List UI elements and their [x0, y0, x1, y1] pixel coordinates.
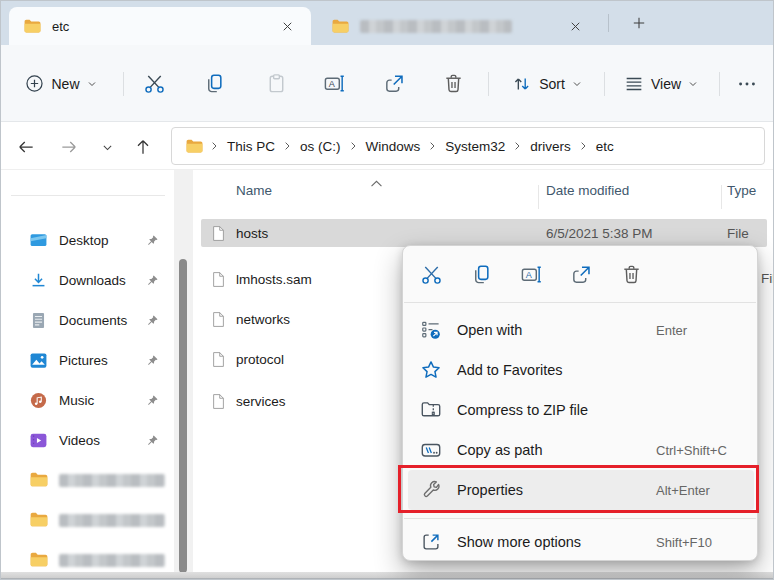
red-highlight-box: [398, 465, 759, 513]
chevron-right-icon: [349, 140, 358, 152]
folder-icon: [185, 138, 204, 154]
forward-button[interactable]: [55, 134, 83, 160]
rename-icon: A: [323, 72, 346, 95]
share-button[interactable]: [376, 45, 412, 122]
copy-button[interactable]: [196, 45, 232, 122]
breadcrumb-item[interactable]: os (C:): [298, 139, 343, 154]
view-button-label: View: [651, 76, 681, 92]
menu-item-label: Copy as path: [457, 442, 542, 458]
copy-icon: [203, 72, 226, 95]
breadcrumb-item[interactable]: System32: [443, 139, 507, 154]
sidebar-scrollbar-thumb[interactable]: [179, 259, 187, 573]
share-menu-button[interactable]: [561, 256, 601, 292]
file-name: hosts: [236, 226, 268, 241]
svg-text:A: A: [328, 79, 335, 89]
menu-item-label: Compress to ZIP file: [457, 402, 588, 418]
arrow-right-icon: [59, 137, 79, 157]
ellipsis-icon: [736, 73, 758, 95]
sort-ascending-icon: [369, 179, 384, 188]
sidebar-item-desktop[interactable]: Desktop: [7, 220, 169, 260]
menu-item-add-to-favorites[interactable]: Add to Favorites: [408, 350, 754, 390]
rename-menu-button[interactable]: A: [511, 256, 551, 292]
sidebar-item-redacted-folder[interactable]: [7, 500, 169, 540]
column-header-date-modified[interactable]: Date modified: [546, 183, 629, 198]
menu-item-show-more-options[interactable]: Show more options Shift+F10: [408, 522, 754, 562]
close-tab-icon[interactable]: [277, 16, 297, 36]
zip-folder-icon: [420, 399, 442, 421]
sidebar-item-pictures[interactable]: Pictures: [7, 340, 169, 380]
delete-button[interactable]: [435, 45, 471, 122]
sidebar-item-redacted-folder[interactable]: [7, 460, 169, 500]
sidebar-item-label: Downloads: [59, 273, 146, 288]
open-with-icon: [420, 319, 442, 341]
sort-button[interactable]: Sort: [499, 45, 595, 122]
cut-button[interactable]: [136, 45, 172, 122]
menu-item-compress-to-zip[interactable]: Compress to ZIP file: [408, 390, 754, 430]
menu-item-label: Add to Favorites: [457, 362, 563, 378]
folder-icon: [29, 511, 48, 530]
view-button[interactable]: View: [613, 45, 709, 122]
desktop-icon: [29, 231, 48, 250]
rename-icon: A: [520, 263, 543, 286]
see-more-button[interactable]: [729, 45, 765, 122]
tab-separator: [608, 14, 609, 32]
breadcrumb-item[interactable]: Windows: [364, 139, 423, 154]
folder-icon: [29, 551, 48, 570]
file-icon: [212, 393, 225, 410]
file-icon: [212, 311, 225, 328]
file-icon: [212, 351, 225, 368]
breadcrumb-item-current[interactable]: etc: [594, 139, 616, 154]
file-row-hosts[interactable]: hosts 6/5/2021 5:38 PM File: [201, 219, 767, 247]
menu-item-open-with[interactable]: Open with Enter: [408, 310, 754, 350]
menu-separator: [404, 518, 756, 519]
column-header-type[interactable]: Type: [727, 183, 756, 198]
context-menu: A Open with Enter Add to Favorites: [402, 245, 758, 561]
paste-icon: [265, 72, 288, 95]
rename-button[interactable]: A: [316, 45, 352, 122]
paste-button[interactable]: [258, 45, 294, 122]
sidebar-item-downloads[interactable]: Downloads: [7, 260, 169, 300]
music-icon: [29, 391, 48, 410]
copy-as-path-icon: [420, 439, 442, 461]
column-separator[interactable]: [721, 185, 722, 209]
new-button[interactable]: New: [13, 45, 109, 122]
close-tab-icon[interactable]: [565, 16, 585, 36]
sidebar-item-music[interactable]: Music: [7, 380, 169, 420]
trash-icon: [620, 263, 643, 286]
breadcrumb-item[interactable]: This PC: [225, 139, 277, 154]
cut-menu-button[interactable]: [411, 256, 451, 292]
breadcrumb[interactable]: This PC os (C:) Windows System32 drivers…: [171, 127, 765, 165]
delete-menu-button[interactable]: [611, 256, 651, 292]
star-icon: [420, 359, 442, 381]
redacted-folder-name: [59, 554, 165, 567]
command-toolbar: New A Sort View: [1, 45, 773, 122]
new-tab-button[interactable]: [627, 11, 651, 35]
menu-item-copy-as-path[interactable]: Copy as path Ctrl+Shift+C: [408, 430, 754, 470]
column-separator[interactable]: [538, 185, 539, 209]
folder-icon: [29, 471, 48, 490]
copy-menu-button[interactable]: [461, 256, 501, 292]
sort-button-label: Sort: [539, 76, 565, 92]
copy-icon: [470, 263, 493, 286]
menu-item-label: Show more options: [457, 534, 581, 550]
tab-redacted[interactable]: [317, 7, 599, 45]
up-button[interactable]: [129, 134, 157, 160]
documents-icon: [29, 311, 48, 330]
file-name: services: [236, 394, 286, 409]
tab-etc[interactable]: etc: [9, 7, 311, 45]
tab-title: etc: [52, 19, 69, 34]
pin-icon: [146, 314, 159, 327]
plus-circle-icon: [24, 73, 45, 94]
column-header-name[interactable]: Name: [236, 183, 272, 198]
back-button[interactable]: [12, 134, 40, 160]
sidebar-item-documents[interactable]: Documents: [7, 300, 169, 340]
sidebar-item-videos[interactable]: Videos: [7, 420, 169, 460]
svg-text:A: A: [525, 269, 532, 279]
recent-locations-button[interactable]: [93, 134, 121, 160]
sidebar-item-label: Music: [59, 393, 146, 408]
breadcrumb-item[interactable]: drivers: [528, 139, 573, 154]
tab-bar: etc: [1, 1, 773, 45]
pin-icon: [146, 354, 159, 367]
redacted-tab-title: [360, 20, 512, 33]
new-button-label: New: [51, 76, 79, 92]
